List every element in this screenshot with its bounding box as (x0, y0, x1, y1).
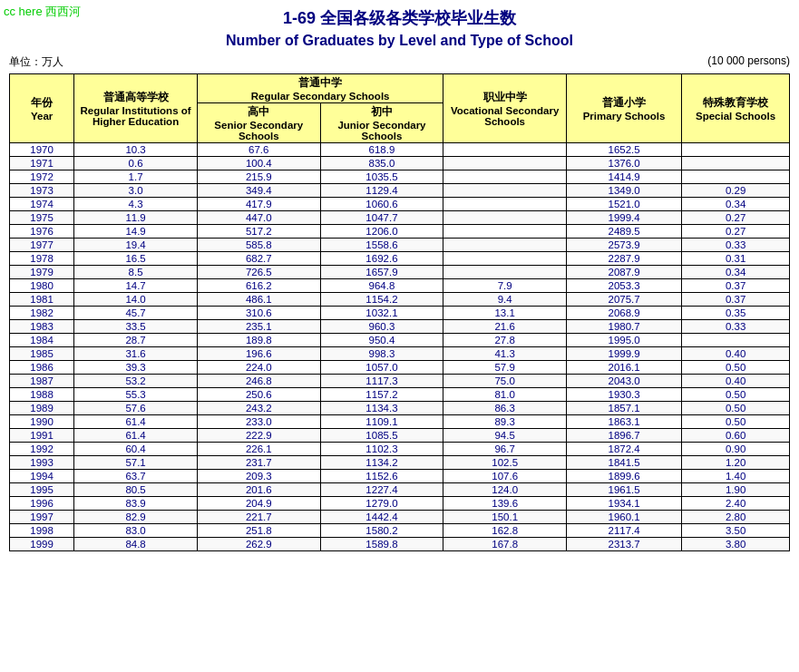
page-container: cc here 西西河 1-69 全国各级各类学校毕业生数 Number of … (0, 0, 799, 672)
cell-year: 1997 (10, 511, 74, 524)
cell-primary: 1857.1 (566, 402, 681, 415)
cell-vocational: 9.4 (443, 293, 567, 307)
cell-higher: 14.9 (74, 225, 198, 239)
cell-special: 3.50 (682, 524, 790, 538)
header-vocational: 职业中学 Vocational Secondary Schools (443, 74, 567, 143)
cell-senior: 224.0 (197, 361, 320, 375)
cell-year: 1976 (10, 225, 74, 239)
cell-year: 1987 (10, 375, 74, 388)
cell-vocational: 13.1 (443, 307, 567, 320)
cell-year: 1974 (10, 198, 74, 211)
table-row: 199984.8262.91589.8167.82313.73.80 (10, 538, 790, 551)
cell-junior: 1032.1 (320, 307, 443, 320)
cell-year: 1981 (10, 293, 74, 307)
cell-higher: 33.5 (74, 320, 198, 334)
cell-senior: 235.1 (197, 320, 320, 334)
table-row: 199061.4233.01109.189.31863.10.50 (10, 415, 790, 429)
cell-senior: 616.2 (197, 279, 320, 293)
unit-left: 单位：万人 (9, 54, 63, 70)
cell-senior: 486.1 (197, 293, 320, 307)
cell-higher: 4.3 (74, 198, 198, 211)
cell-year: 1994 (10, 470, 74, 483)
cell-junior: 1227.4 (320, 483, 443, 497)
cell-junior: 1589.8 (320, 538, 443, 551)
cell-junior: 1580.2 (320, 524, 443, 538)
cell-special: 0.29 (682, 184, 790, 198)
main-title-en: Number of Graduates by Level and Type of… (9, 33, 790, 49)
header-senior: 高中 Senior Secondary Schools (197, 103, 320, 143)
cell-special: 0.27 (682, 225, 790, 239)
cell-junior: 618.9 (320, 143, 443, 157)
cell-special: 0.40 (682, 375, 790, 388)
cell-year: 1990 (10, 415, 74, 429)
cell-year: 1979 (10, 266, 74, 279)
table-row: 199463.7209.31152.6107.61899.61.40 (10, 470, 790, 483)
cell-special: 0.50 (682, 402, 790, 415)
cell-higher: 39.3 (74, 361, 198, 375)
cell-year: 1992 (10, 443, 74, 456)
cell-higher: 31.6 (74, 347, 198, 361)
cell-primary: 1999.9 (566, 347, 681, 361)
cell-vocational: 102.5 (443, 456, 567, 470)
cell-senior: 246.8 (197, 375, 320, 388)
cell-special (682, 143, 790, 157)
table-row: 19798.5726.51657.92087.90.34 (10, 266, 790, 279)
cell-higher: 45.7 (74, 307, 198, 320)
cell-primary: 1999.4 (566, 211, 681, 225)
cell-junior: 1692.6 (320, 252, 443, 266)
table-row: 198753.2246.81117.375.02043.00.40 (10, 375, 790, 388)
cell-senior: 201.6 (197, 483, 320, 497)
cell-vocational: 124.0 (443, 483, 567, 497)
table-row: 199357.1231.71134.2102.51841.51.20 (10, 456, 790, 470)
header-year: 年份 Year (10, 74, 74, 143)
cell-senior: 250.6 (197, 388, 320, 402)
cell-senior: 100.4 (197, 157, 320, 170)
cell-vocational: 57.9 (443, 361, 567, 375)
cell-primary: 2489.5 (566, 225, 681, 239)
table-row: 197816.5682.71692.62287.90.31 (10, 252, 790, 266)
table-row: 19721.7215.91035.51414.9 (10, 170, 790, 184)
cell-special: 0.50 (682, 361, 790, 375)
cell-higher: 14.0 (74, 293, 198, 307)
cell-year: 1998 (10, 524, 74, 538)
cell-vocational: 139.6 (443, 497, 567, 511)
cell-year: 1986 (10, 361, 74, 375)
cell-special: 0.34 (682, 198, 790, 211)
cell-special: 0.33 (682, 239, 790, 252)
cell-senior: 349.4 (197, 184, 320, 198)
cell-junior: 1157.2 (320, 388, 443, 402)
cell-senior: 215.9 (197, 170, 320, 184)
cell-higher: 11.9 (74, 211, 198, 225)
header-higher: 普通高等学校 Regular Institutions of Higher Ed… (74, 74, 198, 143)
cell-primary: 1980.7 (566, 320, 681, 334)
cell-vocational (443, 239, 567, 252)
cell-senior: 585.8 (197, 239, 320, 252)
cell-primary: 1960.1 (566, 511, 681, 524)
cell-special: 0.60 (682, 429, 790, 443)
cell-primary: 2117.4 (566, 524, 681, 538)
cell-year: 1977 (10, 239, 74, 252)
header-secondary: 普通中学 Regular Secondary Schools (197, 74, 443, 103)
cell-junior: 1442.4 (320, 511, 443, 524)
cell-junior: 998.3 (320, 347, 443, 361)
cell-junior: 1134.3 (320, 402, 443, 415)
cell-primary: 2053.3 (566, 279, 681, 293)
cell-special: 2.40 (682, 497, 790, 511)
cell-junior: 1206.0 (320, 225, 443, 239)
cell-vocational (443, 225, 567, 239)
cell-senior: 67.6 (197, 143, 320, 157)
cell-primary: 1376.0 (566, 157, 681, 170)
unit-row: 单位：万人 (10 000 persons) (9, 54, 790, 70)
cell-primary: 2075.7 (566, 293, 681, 307)
cell-higher: 10.3 (74, 143, 198, 157)
cell-special: 0.50 (682, 415, 790, 429)
cell-senior: 221.7 (197, 511, 320, 524)
cell-primary: 1863.1 (566, 415, 681, 429)
table-row: 199580.5201.61227.4124.01961.51.90 (10, 483, 790, 497)
cell-special: 0.34 (682, 266, 790, 279)
cell-higher: 14.7 (74, 279, 198, 293)
cell-senior: 262.9 (197, 538, 320, 551)
cell-special: 0.37 (682, 279, 790, 293)
cell-year: 1988 (10, 388, 74, 402)
cell-senior: 204.9 (197, 497, 320, 511)
